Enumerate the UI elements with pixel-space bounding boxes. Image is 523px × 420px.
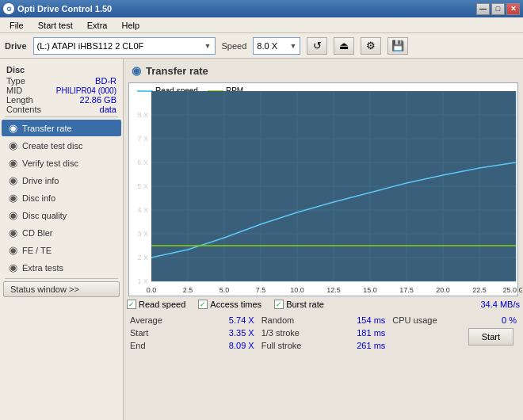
refresh-button[interactable]: ↺ <box>307 37 327 55</box>
cd-bler-icon: ◉ <box>6 227 19 239</box>
stat-fullstroke: Full stroke 261 ms <box>262 339 386 352</box>
disc-contents-value: data <box>100 105 116 114</box>
disc-mid-value: PHILIPR04 (000) <box>56 86 116 95</box>
svg-text:3 X: 3 X <box>137 230 148 238</box>
stat-start: Start 3.35 X <box>130 326 254 339</box>
burst-rate-value: 34.4 MB/s <box>480 300 520 309</box>
status-window-button[interactable]: Status window >> <box>3 281 120 297</box>
svg-text:25.0 GB: 25.0 GB <box>502 286 522 294</box>
menu-bar: File Start test Extra Help <box>0 17 523 33</box>
sidebar-disc-info-label: Disc info <box>22 193 55 203</box>
svg-text:2.5: 2.5 <box>183 286 193 294</box>
checkboxes-row: ✓ Read speed ✓ Access times ✓ Burst rate… <box>127 300 520 309</box>
svg-text:6 X: 6 X <box>137 158 148 166</box>
sidebar-extra-tests-label: Extra tests <box>22 263 63 273</box>
sidebar-fe-te-label: FE / TE <box>22 246 52 255</box>
disc-mid-label: MID <box>6 86 22 95</box>
maximize-button[interactable]: □ <box>491 3 505 15</box>
svg-text:12.5: 12.5 <box>326 286 341 294</box>
read-speed-checkbox-label: Read speed <box>139 300 185 309</box>
sidebar-item-disc-info[interactable]: ◉ Disc info <box>2 189 121 206</box>
extra-tests-icon: ◉ <box>6 262 19 273</box>
sidebar-item-disc-quality[interactable]: ◉ Disc quality <box>2 207 121 223</box>
panel-title-icon: ◉ <box>132 64 141 77</box>
stat-random-value: 154 ms <box>357 315 385 325</box>
stat-group-right: CPU usage 0 % Start <box>389 312 520 353</box>
disc-type-label: Type <box>6 76 25 86</box>
svg-text:0.0: 0.0 <box>147 286 157 294</box>
drive-select[interactable]: (L:) ATAPI iHBS112 2 CL0F ▼ <box>33 37 216 55</box>
sidebar-item-cd-bler[interactable]: ◉ CD Bler <box>2 224 121 241</box>
sidebar-drive-info-label: Drive info <box>22 176 59 185</box>
read-speed-checkbox[interactable]: ✓ <box>127 300 136 309</box>
save-button[interactable]: 💾 <box>387 37 408 55</box>
sidebar-disc-quality-label: Disc quality <box>22 211 67 220</box>
svg-text:8 X: 8 X <box>137 111 148 119</box>
create-disc-icon: ◉ <box>6 139 19 151</box>
menu-file[interactable]: File <box>3 19 30 32</box>
options-button[interactable]: ⚙ <box>361 37 381 55</box>
close-button[interactable]: ✕ <box>506 3 520 15</box>
sidebar-transfer-rate-label: Transfer rate <box>22 124 72 133</box>
transfer-rate-icon: ◉ <box>6 122 19 134</box>
sidebar-cd-bler-label: CD Bler <box>22 228 53 238</box>
svg-text:20.0: 20.0 <box>436 286 450 294</box>
sidebar-create-disc-label: Create test disc <box>22 141 82 151</box>
sidebar-verify-disc-label: Verify test disc <box>22 158 78 168</box>
start-button[interactable]: Start <box>468 328 513 346</box>
stat-average: Average 5.74 X <box>130 314 254 326</box>
fe-te-icon: ◉ <box>6 244 19 256</box>
sidebar-item-extra-tests[interactable]: ◉ Extra tests <box>2 259 121 276</box>
disc-type-row: Type BD-R <box>0 76 123 86</box>
menu-help[interactable]: Help <box>115 19 146 32</box>
checkbox-access-times[interactable]: ✓ Access times <box>198 300 262 309</box>
eject-button[interactable]: ⏏ <box>334 37 354 55</box>
drive-label: Drive <box>5 41 27 51</box>
verify-disc-icon: ◉ <box>6 157 19 169</box>
speed-label: Speed <box>222 41 247 51</box>
disc-mid-row: MID PHILIPR04 (000) <box>0 86 123 95</box>
disc-section-label: Disc <box>0 62 123 76</box>
svg-text:17.5: 17.5 <box>399 286 414 294</box>
svg-text:7.5: 7.5 <box>256 286 266 294</box>
checkbox-burst-rate[interactable]: ✓ Burst rate <box>274 300 324 309</box>
sidebar-divider-1 <box>5 116 118 117</box>
sidebar-item-fe-te[interactable]: ◉ FE / TE <box>2 242 121 258</box>
speed-arrow: ▼ <box>289 42 296 50</box>
sidebar-item-verify-test-disc[interactable]: ◉ Verify test disc <box>2 155 121 171</box>
menu-start-test[interactable]: Start test <box>32 19 79 32</box>
svg-text:2 X: 2 X <box>137 254 148 262</box>
burst-rate-checkbox[interactable]: ✓ <box>274 300 284 309</box>
burst-rate-checkbox-label: Burst rate <box>286 300 324 309</box>
stat-group-middle: Random 154 ms 1/3 stroke 181 ms Full str… <box>258 312 389 353</box>
sidebar-item-drive-info[interactable]: ◉ Drive info <box>2 172 121 189</box>
stat-cpu-value: 0 % <box>502 315 517 325</box>
disc-length-value: 22.86 GB <box>80 95 116 105</box>
sidebar-item-transfer-rate[interactable]: ◉ Transfer rate <box>2 120 121 136</box>
stat-start-label: Start <box>130 328 148 338</box>
disc-length-label: Length <box>6 95 33 105</box>
stat-end: End 8.09 X <box>130 339 254 352</box>
access-times-checkbox-label: Access times <box>210 300 262 309</box>
chart-container: Read speed RPM <box>128 82 518 296</box>
drive-bar: Drive (L:) ATAPI iHBS112 2 CL0F ▼ Speed … <box>0 33 523 59</box>
app-icon: ⊙ <box>3 3 14 14</box>
panel-title: ◉ Transfer rate <box>127 62 520 79</box>
status-window-label: Status window >> <box>10 284 79 294</box>
panel-title-text: Transfer rate <box>146 65 208 77</box>
app-title: Opti Drive Control 1.50 <box>17 4 112 13</box>
stat-group-left: Average 5.74 X Start 3.35 X End 8.09 X <box>127 312 258 353</box>
stat-cpu-label: CPU usage <box>392 315 437 325</box>
stat-onethird: 1/3 stroke 181 ms <box>262 326 386 339</box>
drive-info-icon: ◉ <box>6 174 19 186</box>
minimize-button[interactable]: — <box>476 3 490 15</box>
access-times-checkbox[interactable]: ✓ <box>198 300 208 309</box>
checkbox-read-speed[interactable]: ✓ Read speed <box>127 300 185 309</box>
sidebar-item-create-test-disc[interactable]: ◉ Create test disc <box>2 137 121 154</box>
stat-cpu: CPU usage 0 % <box>392 314 517 326</box>
speed-select[interactable]: 8.0 X ▼ <box>253 37 300 55</box>
svg-text:1 X: 1 X <box>137 277 148 285</box>
svg-text:15.0: 15.0 <box>363 286 377 294</box>
disc-contents-row: Contents data <box>0 105 123 114</box>
menu-extra[interactable]: Extra <box>81 19 114 32</box>
